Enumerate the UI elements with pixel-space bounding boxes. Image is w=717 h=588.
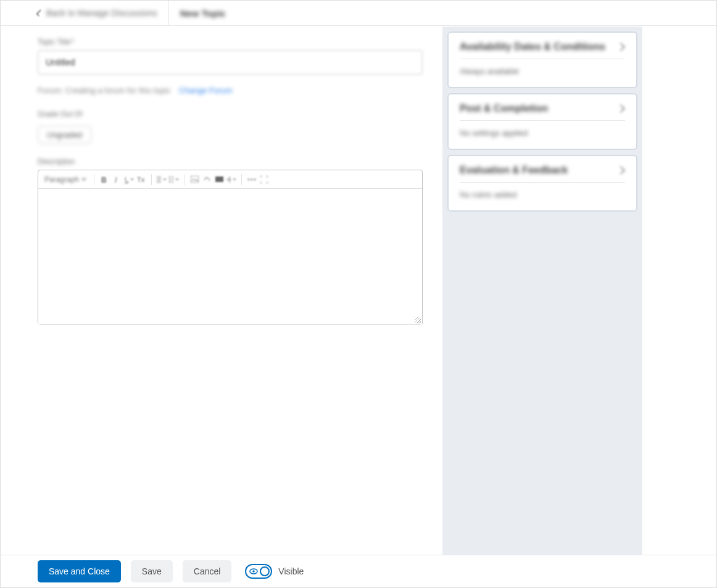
visibility-label: Visible [278,566,304,576]
svg-text:Tx: Tx [137,176,145,183]
grade-label: Grade Out Of [38,110,424,118]
page-title: New Topic [169,1,226,25]
panel-post-completion[interactable]: Post & Completion No settings applied [447,93,637,150]
svg-text:I: I [115,176,117,183]
eye-icon [249,568,258,574]
panel-title: Evaluation & Feedback [460,165,568,176]
insert-image-icon[interactable] [189,175,199,184]
grade-chip[interactable]: Ungraded [38,126,91,144]
chevron-left-icon [36,9,43,16]
rich-text-editor: Paragraph B I U Tx [38,170,423,325]
panel-availability[interactable]: Availability Dates & Conditions Always a… [447,31,637,88]
side-column: Availability Dates & Conditions Always a… [442,27,642,555]
back-label: Back to Manage Discussions [46,8,157,18]
panel-summary: No settings applied [460,128,625,138]
main-column: Topic Title Forum: Creating a forum for … [38,27,442,555]
svg-rect-14 [215,176,223,182]
insert-link-icon[interactable] [202,175,212,184]
fullscreen-icon[interactable] [259,175,269,184]
svg-rect-13 [191,176,199,183]
bold-icon[interactable]: B [99,175,109,184]
svg-point-11 [169,181,170,183]
description-label: Description [38,157,424,166]
cancel-button[interactable]: Cancel [183,560,232,582]
change-forum-link[interactable]: Change Forum [179,86,233,95]
insert-more-icon[interactable] [226,175,236,184]
chevron-right-icon [618,167,625,174]
editor-toolbar: Paragraph B I U Tx [38,170,422,189]
insert-media-icon[interactable] [214,175,224,184]
back-link[interactable]: Back to Manage Discussions [38,1,169,25]
save-and-close-button[interactable]: Save and Close [38,560,121,582]
toggle-knob [260,566,270,576]
chevron-right-icon [618,43,625,51]
top-bar: Back to Manage Discussions New Topic [1,1,716,26]
panel-summary: No rubric added [460,190,625,199]
panel-title: Availability Dates & Conditions [460,41,605,52]
visibility-toggle[interactable] [245,564,272,579]
clear-format-icon[interactable]: Tx [136,175,146,184]
title-label: Topic Title [38,38,424,46]
svg-point-18 [251,178,253,180]
svg-point-17 [248,178,250,180]
more-icon[interactable] [247,175,257,184]
paragraph-style-dropdown[interactable]: Paragraph [42,174,89,185]
panel-evaluation-feedback[interactable]: Evaluation & Feedback No rubric added [447,155,637,212]
svg-text:U: U [125,176,128,183]
title-input[interactable] [38,50,423,75]
editor-textarea[interactable] [38,189,422,325]
svg-point-7 [169,176,170,178]
svg-text:B: B [101,176,107,183]
bottom-bar: Save and Close Save Cancel Visible [1,555,716,587]
svg-point-21 [253,570,255,573]
svg-point-19 [254,178,256,180]
chevron-right-icon [618,105,625,112]
panel-title: Post & Completion [460,103,548,114]
svg-point-9 [169,179,170,180]
panel-summary: Always available [460,67,625,76]
align-icon[interactable] [157,175,167,184]
save-button[interactable]: Save [131,560,173,582]
forum-static-text: Forum: Creating a forum for this topic [38,86,170,95]
underline-icon[interactable]: U [124,175,134,184]
list-icon[interactable] [169,175,179,184]
italic-icon[interactable]: I [112,175,122,184]
resize-handle-icon[interactable] [415,317,421,323]
